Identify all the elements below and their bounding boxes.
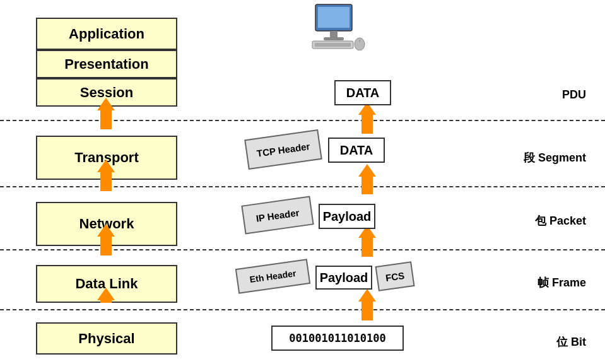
bit-label: 位 Bit <box>556 334 586 349</box>
arrow-center-4 <box>358 289 376 320</box>
pdu-label: PDU <box>562 88 586 102</box>
arrow-center-2 <box>358 164 376 194</box>
separator-4 <box>0 309 605 310</box>
layer-physical: Physical <box>36 322 177 355</box>
svg-rect-2 <box>330 31 338 37</box>
fcs-box: FCS <box>375 261 414 291</box>
separator-3 <box>0 249 605 250</box>
payload-box-frame: Payload <box>315 266 372 290</box>
computer-icon <box>309 3 366 50</box>
separator-2 <box>0 186 605 187</box>
layer-presentation: Presentation <box>36 50 177 78</box>
separator-1 <box>0 120 605 121</box>
ip-header-box: IP Header <box>241 196 314 235</box>
frame-label: 帧 Frame <box>537 275 586 290</box>
data-box-segment: DATA <box>328 138 385 163</box>
arrow-transport-upper <box>97 98 115 129</box>
svg-rect-3 <box>324 37 344 40</box>
arrow-center-1 <box>358 102 376 134</box>
arrow-physical-datalink <box>97 288 115 303</box>
arrow-datalink-network <box>97 224 115 255</box>
eth-header-box: Eth Header <box>235 259 310 294</box>
svg-rect-5 <box>315 43 351 47</box>
svg-rect-1 <box>318 7 349 28</box>
arrow-center-3 <box>358 225 376 257</box>
bits-box: 001001011010100 <box>271 326 404 351</box>
arrow-network-transport <box>97 160 115 191</box>
packet-label: 包 Packet <box>535 213 586 228</box>
osi-diagram: Application Presentation Session Transpo… <box>0 0 605 364</box>
payload-box-network: Payload <box>319 204 375 229</box>
layer-application: Application <box>36 18 177 50</box>
segment-label: 段 Segment <box>524 150 586 165</box>
tcp-header-box: TCP Header <box>244 129 322 170</box>
data-box-top: DATA <box>334 80 391 105</box>
